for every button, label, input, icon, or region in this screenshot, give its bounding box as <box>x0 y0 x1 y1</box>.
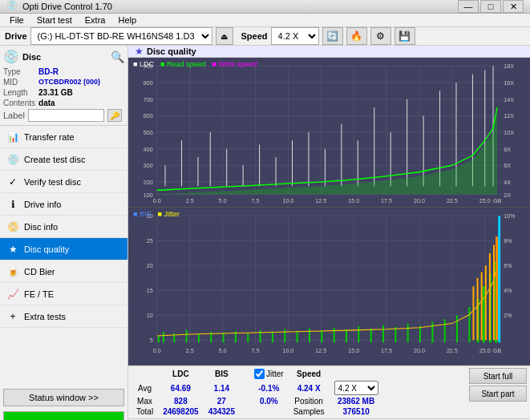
length-value: 23.31 GB <box>38 88 124 97</box>
disc-quality-title: Disc quality <box>147 46 196 56</box>
total-ldc: 24698205 <box>158 406 204 417</box>
svg-text:200: 200 <box>144 179 153 186</box>
menu-extra[interactable]: Extra <box>79 14 112 26</box>
refresh-button[interactable]: 🔄 <box>322 27 343 45</box>
type-value: BD-R <box>38 67 124 76</box>
chart2-container: ■ BIS ■ Jitter <box>128 208 530 365</box>
svg-rect-150 <box>489 253 491 340</box>
svg-text:2.5: 2.5 <box>186 347 194 354</box>
max-row-label: Max <box>131 396 158 406</box>
mid-label: MID <box>3 78 35 87</box>
start-part-button[interactable]: Start part <box>469 386 527 402</box>
nav-extra-tests-label: Extra tests <box>24 312 66 321</box>
max-jitter: 0.0% <box>249 396 289 406</box>
toolbar: Drive (G:) HL-DT-ST BD-RE WH16NS48 1.D3 … <box>0 27 530 46</box>
bis-legend: BIS <box>140 210 152 218</box>
svg-text:10.0: 10.0 <box>282 197 293 204</box>
svg-rect-143 <box>483 286 485 342</box>
svg-rect-138 <box>431 322 433 343</box>
nav-disc-quality[interactable]: ★ Disc quality <box>0 238 127 260</box>
minimize-button[interactable]: — <box>458 0 479 13</box>
svg-text:5.0: 5.0 <box>219 197 227 204</box>
contents-value: data <box>38 99 124 107</box>
svg-text:600: 600 <box>144 112 153 119</box>
speed-dropdown[interactable]: 4.2 X <box>334 381 378 395</box>
svg-text:20.0: 20.0 <box>414 197 425 204</box>
menu-help[interactable]: Help <box>111 14 143 26</box>
nav-extra-tests[interactable]: + Extra tests <box>0 305 127 328</box>
svg-text:22.5: 22.5 <box>447 197 458 204</box>
sidebar-progress-bar <box>4 412 123 420</box>
nav-create-test-disc-label: Create test disc <box>24 155 85 164</box>
svg-rect-123 <box>247 333 249 342</box>
nav-disc-info[interactable]: 📀 Disc info <box>0 216 127 238</box>
nav-disc-info-label: Disc info <box>24 222 58 232</box>
save-button[interactable]: 💾 <box>394 27 415 45</box>
speed-label: Speed <box>241 31 268 41</box>
jitter-legend: Jitter <box>164 210 180 218</box>
maximize-button[interactable]: □ <box>480 0 501 13</box>
nav-transfer-rate[interactable]: 📊 Transfer rate <box>0 126 127 148</box>
length-label: Length <box>3 88 35 97</box>
svg-text:0.0: 0.0 <box>153 347 161 354</box>
svg-rect-133 <box>370 329 372 343</box>
svg-text:GB: GB <box>493 197 502 204</box>
cd-bier-icon: 🍺 <box>6 265 19 278</box>
nav-fe-te-label: FE / TE <box>24 289 54 299</box>
start-full-button[interactable]: Start full <box>469 368 527 384</box>
svg-text:8X: 8X <box>504 146 511 153</box>
samples-label: Samples <box>293 407 325 416</box>
start-buttons: Start full Start part <box>469 368 527 402</box>
disc-panel-title: Disc <box>22 52 41 62</box>
menubar: File Start test Extra Help <box>0 14 530 27</box>
chart1-svg: 900 800 700 600 500 400 300 200 100 18X … <box>128 58 530 207</box>
svg-text:15.0: 15.0 <box>348 347 359 354</box>
disc-info-icon: 📀 <box>6 220 19 233</box>
label-input[interactable] <box>28 109 104 122</box>
svg-text:17.5: 17.5 <box>381 197 392 204</box>
sidebar-progress: 100.0% <box>0 410 127 420</box>
max-ldc: 828 <box>158 396 204 406</box>
svg-text:800: 800 <box>144 79 153 87</box>
chart2-svg: 30 25 20 15 10 5 10% 8% 6% 4% 2% 0.0 <box>128 208 530 365</box>
avg-ldc: 64.69 <box>158 380 204 396</box>
nav-cd-bier[interactable]: 🍺 CD Bier <box>0 260 127 283</box>
nav-drive-info[interactable]: ℹ Drive info <box>0 193 127 216</box>
total-row-label: Total <box>131 406 158 417</box>
menu-file[interactable]: File <box>3 14 30 26</box>
svg-text:4X: 4X <box>504 179 511 186</box>
svg-text:20.0: 20.0 <box>414 347 425 354</box>
eject-button[interactable]: ⏏ <box>216 27 233 45</box>
nav-create-test-disc[interactable]: 💿 Create test disc <box>0 148 127 171</box>
svg-rect-119 <box>198 334 200 342</box>
status-window-button[interactable]: Status window >> <box>3 389 124 406</box>
settings-button[interactable]: ⚙ <box>370 27 391 45</box>
samples-value: 376510 <box>330 406 383 417</box>
close-button[interactable]: ✕ <box>503 0 524 13</box>
jitter-checkbox-row: Jitter <box>254 369 284 379</box>
svg-rect-134 <box>382 325 384 343</box>
drive-select[interactable]: (G:) HL-DT-ST BD-RE WH16NS48 1.D3 <box>30 27 212 45</box>
titlebar: 💿 Opti Drive Control 1.70 — □ ✕ <box>0 0 530 14</box>
jitter-checkbox[interactable] <box>254 369 265 379</box>
speed-select[interactable]: 4.2 X 2.0 X 1.0 X <box>271 27 319 45</box>
burn-button[interactable]: 🔥 <box>346 27 367 45</box>
svg-rect-130 <box>334 328 335 343</box>
svg-text:25.0: 25.0 <box>479 197 491 204</box>
svg-rect-141 <box>468 307 470 342</box>
menu-start-test[interactable]: Start test <box>30 14 79 26</box>
disc-quality-header: ★ Disc quality <box>128 46 530 58</box>
main-area: 💿 Disc 🔍 Type BD-R MID OTCBDR002 (000) L… <box>0 46 530 420</box>
svg-rect-125 <box>272 332 273 342</box>
nav-fe-te[interactable]: 📈 FE / TE <box>0 283 127 305</box>
svg-text:16X: 16X <box>504 79 514 87</box>
label-button[interactable]: 🔑 <box>107 109 122 122</box>
label-label: Label <box>3 111 25 120</box>
svg-text:0.0: 0.0 <box>153 197 161 204</box>
nav-verify-test-disc[interactable]: ✓ Verify test disc <box>0 171 127 193</box>
svg-text:300: 300 <box>144 162 153 169</box>
svg-text:20: 20 <box>147 262 153 269</box>
svg-rect-149 <box>485 265 487 340</box>
chart2-legend: ■ BIS ■ Jitter <box>130 208 183 220</box>
svg-text:14X: 14X <box>504 96 514 103</box>
